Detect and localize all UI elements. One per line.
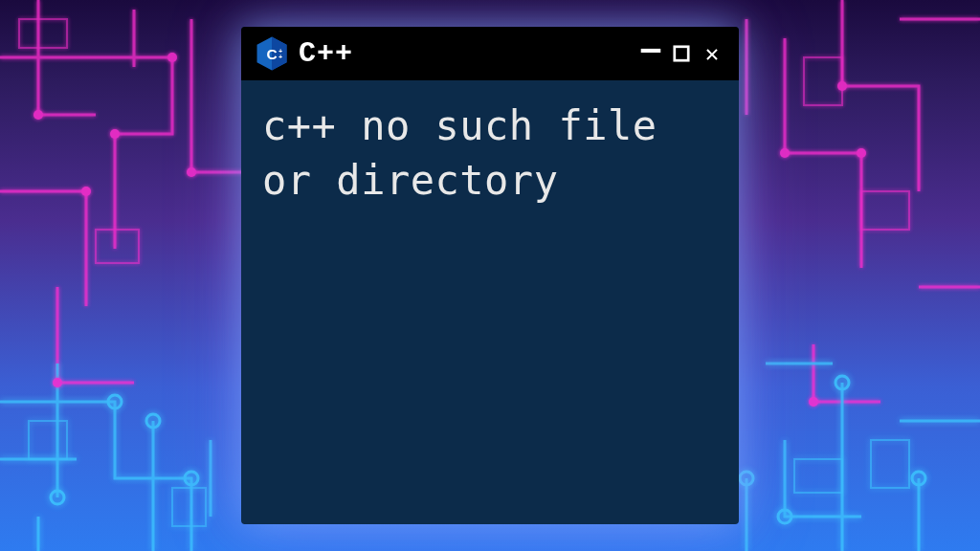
svg-point-7 xyxy=(81,187,91,196)
close-button[interactable]: ✕ xyxy=(699,40,725,67)
svg-point-3 xyxy=(187,167,196,177)
svg-text:C: C xyxy=(266,46,277,62)
svg-point-2 xyxy=(33,110,43,120)
svg-rect-20 xyxy=(96,230,139,263)
svg-rect-21 xyxy=(861,191,909,230)
terminal-content: c++ no such file or directory xyxy=(241,80,739,524)
terminal-text: c++ no such file or directory xyxy=(262,102,657,204)
cpp-logo-icon: C + + xyxy=(255,33,289,74)
svg-rect-31 xyxy=(675,47,688,60)
svg-point-5 xyxy=(857,148,866,158)
svg-rect-18 xyxy=(19,19,67,48)
svg-rect-25 xyxy=(871,440,909,488)
svg-rect-24 xyxy=(172,488,206,526)
window-controls: — ✕ xyxy=(637,40,725,67)
svg-point-1 xyxy=(110,129,120,139)
svg-point-9 xyxy=(809,397,818,407)
svg-point-0 xyxy=(167,53,177,62)
svg-text:+: + xyxy=(278,54,282,60)
svg-rect-19 xyxy=(804,57,842,105)
svg-point-8 xyxy=(53,378,62,387)
svg-rect-22 xyxy=(29,421,67,459)
maximize-button[interactable] xyxy=(668,40,695,67)
terminal-window: C + + C++ — ✕ c++ no such file or direct… xyxy=(241,27,739,524)
svg-point-4 xyxy=(780,148,790,158)
window-title: C++ xyxy=(299,37,628,70)
minimize-button[interactable]: — xyxy=(637,34,664,61)
svg-rect-23 xyxy=(794,459,842,493)
window-titlebar[interactable]: C + + C++ — ✕ xyxy=(241,27,739,80)
